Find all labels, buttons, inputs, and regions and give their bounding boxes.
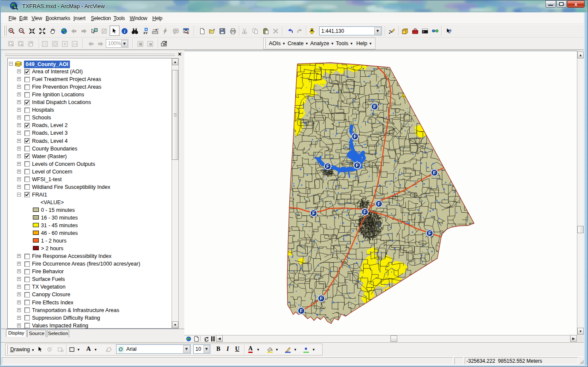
svg-text:F: F [364, 209, 367, 214]
svg-text:?: ? [157, 28, 159, 31]
svg-text:F: F [428, 231, 431, 236]
svg-text:F: F [354, 134, 357, 139]
svg-text:O: O [119, 347, 123, 353]
svg-text:?: ? [448, 29, 451, 35]
svg-text:F: F [320, 296, 323, 301]
svg-text:F: F [300, 308, 303, 313]
svg-text:F: F [378, 201, 381, 206]
svg-text:F: F [312, 211, 315, 216]
svg-text:F: F [433, 170, 436, 175]
svg-text:F: F [373, 104, 376, 109]
svg-text:F: F [326, 164, 329, 169]
svg-text:1:1: 1:1 [73, 43, 77, 46]
svg-text:F: F [356, 163, 359, 168]
svg-text:XY: XY [143, 31, 148, 35]
